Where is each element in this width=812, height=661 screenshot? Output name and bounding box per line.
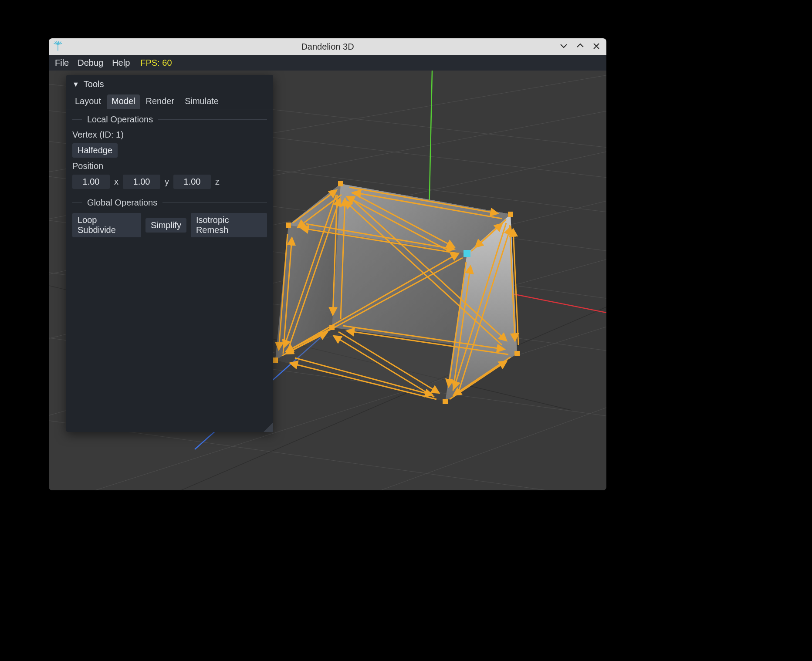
selected-vertex[interactable] (464, 250, 470, 257)
svg-rect-64 (514, 351, 520, 356)
svg-rect-62 (286, 223, 291, 228)
svg-line-16 (49, 484, 606, 490)
axis-y-label: y (165, 177, 169, 187)
section-global: Global Operations (66, 192, 273, 209)
app-window: Dandelion 3D File Debug Help FPS: 60 (49, 38, 606, 490)
panel-header[interactable]: ▼ Tools (66, 75, 273, 92)
window-controls (559, 41, 603, 52)
tab-model[interactable]: Model (107, 94, 139, 109)
minimize-icon[interactable] (559, 41, 568, 52)
position-label: Position (72, 161, 103, 171)
axis-z-label: z (215, 177, 220, 187)
panel-resize-grip[interactable] (264, 422, 273, 432)
menubar: File Debug Help FPS: 60 (49, 55, 606, 71)
section-local-label: Local Operations (87, 115, 153, 125)
menu-file[interactable]: File (55, 58, 69, 68)
fps-label: FPS: 60 (140, 58, 172, 68)
svg-rect-61 (508, 212, 513, 217)
menu-help[interactable]: Help (112, 58, 130, 68)
isotropic-remesh-button[interactable]: Isotropic Remesh (191, 213, 267, 237)
app-icon (52, 41, 64, 52)
maximize-icon[interactable] (576, 41, 585, 52)
vertex-label: Vertex (ID: 1) (72, 130, 124, 140)
svg-marker-23 (275, 225, 467, 401)
tools-panel[interactable]: ▼ Tools Layout Model Render Simulate Loc… (66, 75, 273, 432)
svg-rect-66 (273, 357, 278, 363)
simplify-button[interactable]: Simplify (145, 218, 186, 233)
pos-z-input[interactable]: 1.00 (173, 175, 211, 189)
panel-tabs: Layout Model Render Simulate (66, 92, 273, 109)
section-local: Local Operations (66, 109, 273, 126)
close-icon[interactable] (592, 42, 600, 51)
svg-rect-65 (443, 399, 448, 404)
svg-rect-63 (329, 325, 335, 330)
loop-subdivide-button[interactable]: Loop Subdivide (72, 213, 141, 237)
menu-debug[interactable]: Debug (78, 58, 103, 68)
window-title: Dandelion 3D (49, 42, 606, 52)
svg-rect-60 (338, 181, 343, 186)
halfedge-button[interactable]: Halfedge (72, 143, 118, 158)
collapse-icon[interactable]: ▼ (72, 81, 79, 88)
viewport[interactable]: ▼ Tools Layout Model Render Simulate Loc… (49, 71, 606, 490)
tab-simulate[interactable]: Simulate (180, 94, 223, 109)
tab-layout[interactable]: Layout (71, 94, 105, 109)
titlebar: Dandelion 3D (49, 38, 606, 55)
axis-x-label: x (114, 177, 118, 187)
section-global-label: Global Operations (87, 198, 157, 208)
pos-x-input[interactable]: 1.00 (72, 175, 110, 189)
pos-y-input[interactable]: 1.00 (123, 175, 160, 189)
tab-render[interactable]: Render (142, 94, 179, 109)
panel-title: Tools (84, 79, 104, 89)
